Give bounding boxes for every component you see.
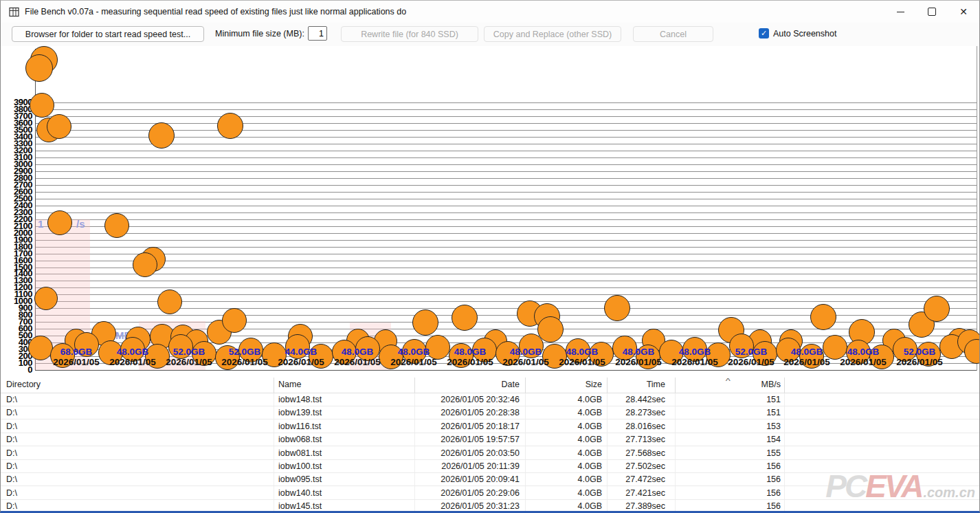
- chart-gridline: [35, 130, 977, 131]
- cell-directory: D:\: [6, 408, 130, 417]
- cell-time: 28.273sec: [562, 408, 665, 417]
- chart-gridline: [35, 274, 977, 274]
- data-bubble: [217, 113, 243, 139]
- data-bubble: [47, 114, 71, 139]
- chart-gridline: [35, 102, 977, 103]
- cell-mbs: 151: [678, 408, 781, 417]
- cell-mbs: 156: [678, 488, 781, 498]
- data-bubble: [148, 122, 175, 149]
- cell-directory: D:\: [6, 422, 130, 431]
- close-button[interactable]: ✕: [948, 1, 979, 23]
- pceva-watermark: PCEVA.com.cn: [825, 470, 975, 508]
- maximize-button[interactable]: [916, 1, 948, 23]
- cell-time: 27.472sec: [562, 474, 665, 484]
- copy-replace-button[interactable]: Copy and Replace (other SSD): [484, 26, 621, 42]
- watermark-fragment: /s: [76, 218, 85, 230]
- x-axis-size-label: 48.0GB: [776, 347, 838, 357]
- table-row[interactable]: D:\iobw148.tst2026/01/05 20:32:464.0GB28…: [1, 393, 980, 406]
- chart-gridline: [35, 240, 977, 241]
- data-bubble: [452, 305, 478, 331]
- x-axis-size-label: 52.0GB: [720, 347, 782, 357]
- x-axis-size-label: 48.0GB: [383, 347, 445, 357]
- data-bubble: [25, 54, 53, 82]
- cell-mbs: 151: [678, 395, 781, 404]
- data-bubble: [133, 252, 157, 277]
- chart-gridline: [35, 157, 977, 158]
- cell-name: iobw148.tst: [278, 395, 430, 404]
- window-controls: ✕: [884, 1, 979, 23]
- data-bubble: [964, 339, 980, 364]
- cell-name: iobw116.tst: [278, 422, 430, 431]
- read-speed-chart: 0100200300400500600700800900100011001200…: [1, 46, 980, 377]
- chart-gridline: [35, 219, 977, 220]
- data-bubble: [157, 290, 182, 314]
- cell-directory: D:\: [6, 488, 130, 498]
- cancel-button[interactable]: Cancel: [633, 26, 713, 42]
- rewrite-file-button[interactable]: Rewrite file (for 840 SSD): [341, 26, 478, 42]
- column-header-directory[interactable]: Directory: [6, 380, 130, 391]
- chart-gridline: [35, 206, 977, 206]
- browse-folder-button[interactable]: Browser for folder to start read speed t…: [12, 26, 204, 42]
- cell-name: iobw095.tst: [278, 474, 430, 484]
- chart-gridline: [35, 185, 977, 186]
- chart-gridline: [35, 192, 977, 193]
- cell-mbs: 155: [678, 448, 781, 458]
- cell-name: iobw068.tst: [278, 435, 430, 444]
- x-axis-size-label: 48.0GB: [664, 347, 726, 357]
- toolbar: Browser for folder to start read speed t…: [1, 23, 979, 46]
- x-axis-size-label: 48.0GB: [495, 347, 557, 357]
- cell-mbs: 156: [678, 501, 781, 511]
- min-file-size-input[interactable]: [308, 26, 327, 41]
- auto-screenshot-checkbox[interactable]: ✓: [759, 28, 769, 39]
- cell-time: 27.389sec: [562, 501, 665, 511]
- minimize-button[interactable]: [884, 1, 916, 23]
- watermark-domain: .com.cn: [923, 485, 975, 500]
- cell-mbs: 153: [678, 422, 781, 431]
- sort-ascending-indicator: ^: [726, 378, 731, 385]
- watermark-pc: PC: [825, 468, 865, 504]
- data-bubble: [412, 309, 438, 336]
- x-axis-size-label: 52.0GB: [214, 347, 276, 357]
- table-row[interactable]: D:\iobw068.tst2026/01/05 19:57:574.0GB27…: [1, 433, 980, 446]
- header-column-separator: [274, 378, 274, 393]
- x-axis-size-label: 44.0GB: [270, 347, 332, 357]
- chart-gridline: [35, 123, 977, 124]
- title-bar[interactable]: File Bench v0.07a - measuring sequential…: [1, 1, 979, 23]
- chart-gridline: [35, 178, 977, 179]
- cell-name: iobw140.tst: [278, 488, 430, 498]
- minimize-icon: [897, 12, 904, 12]
- watermark-eva: EVA: [865, 468, 922, 504]
- table-row[interactable]: D:\iobw139.tst2026/01/05 20:28:384.0GB28…: [1, 406, 980, 419]
- column-header-name[interactable]: Name: [278, 380, 430, 391]
- x-axis-size-label: 48.0GB: [439, 347, 501, 357]
- chart-gridline: [35, 226, 977, 227]
- data-bubble: [222, 308, 247, 333]
- x-axis-size-label: 68.0GB: [45, 347, 107, 357]
- cell-directory: D:\: [6, 461, 130, 471]
- app-grid-icon: [9, 7, 19, 17]
- chart-gridline: [35, 233, 977, 234]
- x-axis-size-label: 52.0GB: [889, 347, 950, 357]
- chart-gridline: [35, 281, 977, 281]
- chart-gridline: [35, 287, 977, 288]
- data-bubble: [924, 296, 950, 322]
- chart-gridline: [35, 261, 977, 261]
- close-icon: ✕: [959, 6, 968, 17]
- x-axis-size-label: 48.0GB: [608, 347, 669, 357]
- column-header-time[interactable]: Time: [562, 380, 665, 391]
- cell-mbs: 156: [678, 474, 781, 484]
- cell-name: iobw139.tst: [278, 408, 430, 417]
- x-axis-size-label: 48.0GB: [102, 347, 164, 357]
- chart-gridline: [35, 109, 977, 110]
- x-axis-size-label: 48.0GB: [326, 347, 388, 357]
- data-bubble: [604, 295, 630, 321]
- cell-name: iobw081.tst: [278, 448, 430, 458]
- cell-time: 27.713sec: [562, 435, 665, 444]
- table-row[interactable]: D:\iobw116.tst2026/01/05 20:18:174.0GB28…: [1, 420, 980, 433]
- chart-gridline: [35, 171, 977, 172]
- table-row[interactable]: D:\iobw081.tst2026/01/05 20:03:504.0GB27…: [1, 447, 980, 460]
- cell-name: iobw100.tst: [278, 461, 430, 471]
- cell-directory: D:\: [6, 448, 130, 458]
- cell-time: 27.568sec: [562, 448, 665, 458]
- chart-gridline: [35, 144, 977, 144]
